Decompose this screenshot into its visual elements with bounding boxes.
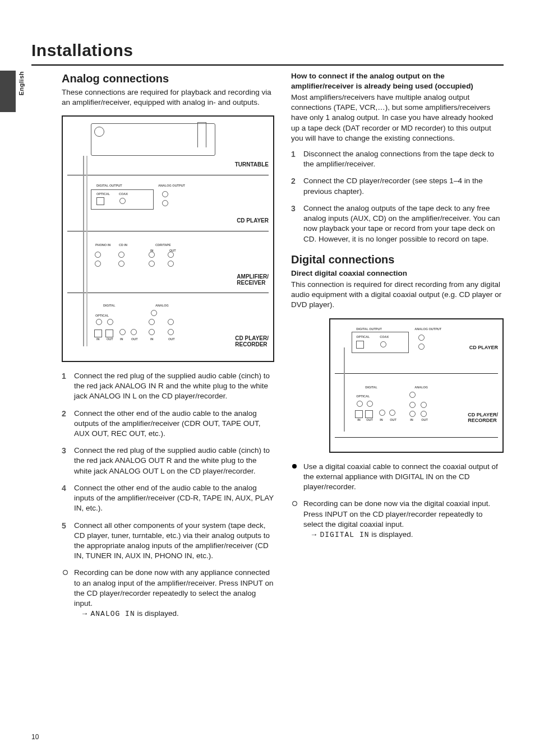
analog-output-label-1: ANALOG OUTPUT — [158, 184, 185, 188]
digital-note-text: Recording can be done now via the digita… — [303, 499, 490, 528]
howto-steps: Disconnect the analog connections from t… — [291, 149, 504, 244]
digital-subhead: Direct digital coaxial connection — [291, 268, 504, 279]
in-label-7: IN — [410, 418, 413, 422]
in-label-3: IN — [120, 337, 123, 341]
digital-display: DIGITAL IN — [320, 531, 370, 539]
in-label-5: IN — [357, 418, 361, 422]
in-label-2: IN — [96, 337, 100, 341]
analog-note: Recording can be done now with any appli… — [62, 568, 274, 619]
out-label-7: OUT — [421, 418, 428, 422]
cdr-tape-label: CDR/TAPE — [155, 243, 171, 247]
digital-label-2: DIGITAL — [365, 386, 377, 389]
analog-step-3: Connect the red plug of the supplied aud… — [62, 446, 274, 476]
analog-heading: Analog connections — [62, 71, 274, 86]
language-label: English — [17, 71, 26, 95]
cdplayer-label: CD PLAYER — [237, 217, 269, 224]
optical-label-3: OPTICAL — [356, 335, 370, 339]
analog-diagram: TURNTABLE DIGITAL OUTPUT OPTICAL COAX AN… — [62, 115, 274, 362]
left-column: Analog connections These connections are… — [62, 71, 274, 626]
right-column: How to connect if the analog output on t… — [291, 71, 504, 626]
digital-heading: Digital connections — [291, 252, 504, 267]
turntable-label: TURNTABLE — [235, 161, 269, 168]
out-label-6: OUT — [390, 418, 396, 422]
cdr-label: CD PLAYER/ RECORDER — [235, 335, 269, 347]
optical-label-4: OPTICAL — [356, 395, 370, 398]
cdplayer-label-2: CD PLAYER — [469, 345, 498, 351]
howto-step-1: Disconnect the analog connections from t… — [291, 149, 504, 169]
page-title: Installations — [31, 39, 504, 62]
digital-bullet-1-text: Use a digital coaxial cable to connect t… — [303, 462, 498, 491]
digital-bullet-1: Use a digital coaxial cable to connect t… — [291, 462, 504, 493]
analog-label-2: ANALOG — [414, 386, 428, 389]
amp-label: AMPLIFIER/ RECEIVER — [237, 273, 269, 286]
cd-in-label: CD IN — [119, 243, 127, 247]
digital-diagram: DIGITAL OUTPUT OPTICAL COAX ANALOG OUTPU… — [329, 318, 504, 453]
howto-step-3: Connect the analog outputs of the tape d… — [291, 203, 504, 244]
digital-label-1: DIGITAL — [103, 304, 116, 308]
page-number: 10 — [31, 732, 39, 741]
coax-label-2: COAX — [380, 335, 389, 339]
in-label-4: IN — [150, 337, 154, 341]
analog-step-2: Connect the other end of the audio cable… — [62, 409, 274, 439]
howto-intro: Most amplifiers/receivers have multiple … — [291, 92, 504, 143]
title-rule — [31, 64, 504, 66]
coax-label: COAX — [119, 192, 128, 196]
analog-intro: These connections are required for playb… — [62, 87, 274, 108]
result-arrow-icon — [81, 609, 91, 618]
digital-output-label: DIGITAL OUTPUT — [96, 184, 122, 188]
analog-label-1: ANALOG — [155, 304, 169, 308]
howto-step-2: Connect the CD player/recorder (see step… — [291, 176, 504, 196]
analog-step-1: Connect the red plug of the supplied aud… — [62, 371, 274, 402]
digital-note: Recording can be done now via the digita… — [291, 499, 504, 540]
analog-display: ANALOG IN — [91, 610, 135, 618]
analog-display-suffix: is displayed. — [135, 609, 179, 618]
digital-display-suffix: is displayed. — [370, 530, 413, 539]
out-label-4: OUT — [168, 337, 175, 341]
digital-intro: This connection is required for direct r… — [291, 280, 504, 310]
howto-heading: How to connect if the analog output on t… — [291, 71, 504, 91]
analog-step-4: Connect the other end of the audio cable… — [62, 483, 274, 514]
result-arrow-icon-2 — [310, 530, 320, 539]
out-label-3: OUT — [131, 337, 138, 341]
analog-step-5: Connect all other components of your sys… — [62, 521, 274, 562]
analog-output-label-2: ANALOG OUTPUT — [414, 327, 441, 331]
language-tab — [0, 71, 16, 112]
out-label-2: OUT — [107, 337, 113, 341]
out-label-5: OUT — [366, 418, 373, 422]
digital-output-label-2: DIGITAL OUTPUT — [356, 327, 382, 331]
cdr-label-2: CD PLAYER/ RECORDER — [468, 412, 498, 424]
optical-label-2: OPTICAL — [95, 314, 109, 318]
in-label-6: IN — [380, 418, 383, 422]
phono-in-label: PHONO IN — [95, 243, 110, 247]
analog-note-text: Recording can be done now with any appli… — [74, 568, 273, 607]
optical-label: OPTICAL — [96, 192, 110, 196]
analog-steps: Connect the red plug of the supplied aud… — [62, 371, 274, 562]
